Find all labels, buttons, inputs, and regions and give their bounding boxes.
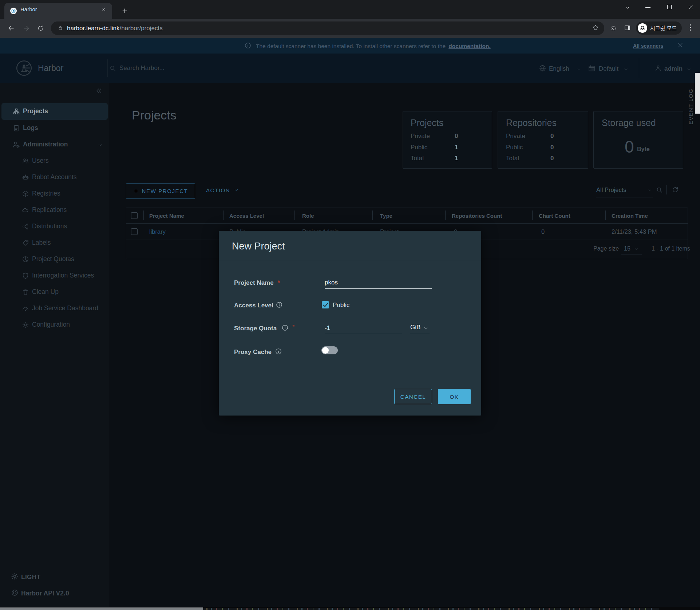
access-level-label: Access Level — [234, 302, 273, 309]
header-divider-2 — [639, 58, 639, 78]
sidebar-item-label: Logs — [23, 124, 38, 132]
banner-close-icon[interactable] — [677, 42, 684, 48]
administration-chevron-icon — [98, 142, 103, 148]
new-tab-icon[interactable] — [122, 8, 128, 14]
page-size-chevron-icon — [634, 247, 638, 251]
banner-message: The default scanner has been installed. … — [256, 43, 491, 50]
window-close-button[interactable] — [688, 5, 693, 10]
event-log-tab[interactable]: EVENT LOG — [688, 70, 695, 125]
card-row-value: 0 — [455, 132, 458, 140]
page-title: Projects — [132, 107, 177, 123]
card-row-value: 0 — [550, 132, 554, 140]
back-icon[interactable] — [7, 24, 15, 32]
page-size-select[interactable]: 15 — [624, 245, 630, 252]
extensions-puzzle-icon[interactable] — [610, 24, 617, 31]
reload-icon[interactable] — [37, 25, 44, 32]
toolbar-divider — [666, 185, 667, 194]
window-maximize-button[interactable] — [667, 5, 672, 9]
storage-unit-select[interactable]: GiB — [410, 323, 420, 331]
public-checkbox[interactable] — [322, 301, 329, 308]
light-theme-icon — [11, 572, 19, 580]
proxy-cache-info-icon[interactable] — [275, 348, 282, 355]
column-separator — [445, 210, 446, 220]
user-menu[interactable]: admin — [664, 65, 683, 72]
users-icon — [22, 157, 29, 165]
documentation-link[interactable]: documentation. — [448, 43, 490, 49]
column-header[interactable]: Access Level — [229, 213, 264, 220]
new-project-label: NEW PROJECT — [142, 188, 188, 194]
column-header[interactable]: Role — [302, 213, 314, 220]
cancel-label: CANCEL — [400, 394, 426, 400]
row-checkbox[interactable] — [131, 228, 138, 235]
select-all-checkbox[interactable] — [131, 212, 138, 219]
url-text[interactable]: harbor.learn-dc.link/harbor/projects — [67, 24, 163, 32]
bottom-pixel-noise — [203, 608, 659, 610]
page-size-underline — [621, 255, 642, 255]
header-divider — [107, 59, 108, 77]
info-icon — [244, 42, 252, 49]
row-chart-count: 0 — [541, 228, 545, 236]
window-chevron-icon[interactable] — [625, 5, 630, 11]
proxy-cache-label: Proxy Cache — [234, 348, 272, 356]
table-header-border — [126, 223, 688, 224]
window-minimize-button[interactable] — [645, 7, 650, 8]
forward-icon[interactable] — [23, 24, 30, 32]
collapse-sidebar-icon[interactable] — [95, 87, 103, 94]
side-panel-icon[interactable] — [624, 24, 631, 31]
administration-icon — [12, 141, 20, 149]
project-context-menu[interactable]: Default — [599, 65, 618, 72]
action-dropdown[interactable]: ACTION — [206, 187, 230, 194]
action-label: ACTION — [206, 187, 230, 193]
project-filter-select[interactable]: All Projects — [596, 186, 626, 194]
cancel-button[interactable]: CANCEL — [394, 389, 432, 404]
harbor-api-link[interactable]: Harbor API V2.0 — [21, 590, 69, 598]
lock-icon[interactable] — [58, 25, 63, 31]
sidebar-item-label: Project Quotas — [32, 255, 74, 263]
ok-button[interactable]: OK — [438, 389, 471, 404]
incognito-label: 시크릿 모드 — [650, 25, 677, 32]
language-chevron-icon — [576, 67, 581, 72]
project-name-input[interactable] — [325, 277, 432, 289]
card-title: Storage used — [602, 117, 656, 129]
project-link[interactable]: library — [149, 228, 166, 236]
sidebar-item-label: Users — [32, 157, 49, 165]
bookmark-star-icon[interactable] — [592, 24, 599, 31]
column-header[interactable]: Project Name — [149, 213, 184, 220]
url-host: harbor.learn-dc.link — [67, 25, 120, 32]
column-header[interactable]: Type — [380, 213, 392, 220]
scrollbar-thumb[interactable] — [695, 73, 700, 114]
column-header[interactable]: Repositories Count — [452, 213, 502, 220]
taskbar-sliver — [0, 607, 203, 610]
storage-quota-input[interactable] — [325, 322, 402, 334]
storage-unit: Byte — [637, 146, 650, 153]
storage-quota-label: Storage Quota — [234, 324, 277, 332]
sidebar-item-users[interactable] — [1, 153, 108, 169]
project-context-icon — [588, 64, 596, 72]
search-icon — [109, 65, 116, 72]
new-project-button[interactable]: NEW PROJECT — [126, 183, 195, 199]
sidebar-item-labels[interactable] — [1, 235, 108, 251]
plus-icon — [133, 188, 139, 194]
all-scanners-link[interactable]: All scanners — [633, 43, 663, 50]
column-header[interactable]: Creation Time — [612, 213, 648, 220]
storage-value: 0 — [625, 137, 634, 158]
modal-title: New Project — [232, 240, 285, 253]
proxy-cache-toggle-knob — [322, 347, 329, 354]
theme-toggle-light[interactable]: LIGHT — [21, 573, 41, 581]
sidebar-item-label: Replications — [32, 206, 67, 214]
access-level-info-icon[interactable] — [276, 301, 283, 308]
harbor-logo-icon — [14, 58, 34, 78]
registries-icon — [22, 190, 29, 197]
labels-icon — [22, 239, 29, 247]
language-menu[interactable]: English — [549, 65, 569, 72]
distributions-icon — [22, 223, 29, 230]
global-search-input[interactable] — [119, 62, 272, 74]
table-search-icon[interactable] — [656, 186, 663, 193]
table-refresh-icon[interactable] — [672, 186, 679, 193]
tab-close-icon[interactable] — [101, 7, 106, 12]
card-row-label: Public — [411, 143, 427, 151]
storage-quota-info-icon[interactable] — [281, 324, 289, 331]
column-header[interactable]: Chart Count — [539, 213, 570, 220]
public-checkbox-label[interactable]: Public — [333, 301, 349, 309]
sidebar-item-label: Administration — [23, 141, 68, 149]
